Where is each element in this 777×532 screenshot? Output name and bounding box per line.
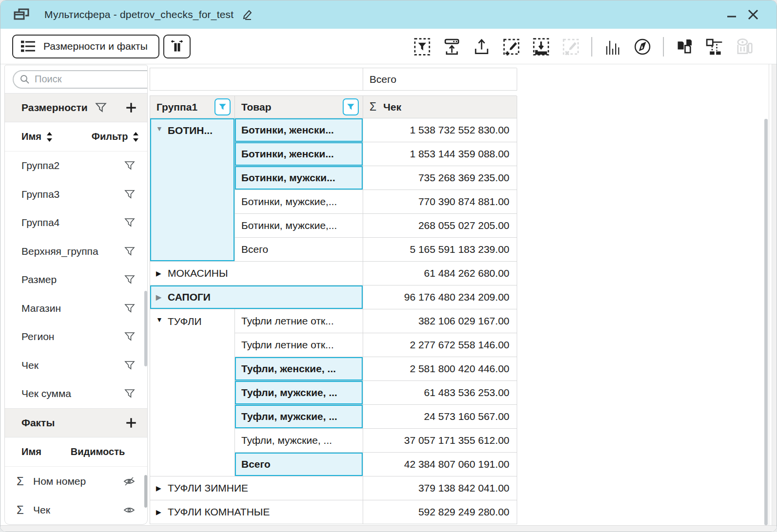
- filter-icon[interactable]: [124, 189, 136, 200]
- sort-filter-icon[interactable]: [132, 132, 140, 142]
- search-input[interactable]: [35, 74, 148, 85]
- value-cell[interactable]: 5 165 591 183 239.00: [363, 238, 517, 262]
- value-cell[interactable]: 2 581 800 420 446.00: [363, 357, 517, 381]
- col-filter-label: Фильтр: [92, 131, 128, 142]
- minimize-button[interactable]: [721, 5, 742, 24]
- fact-row[interactable]: ΣЧек: [5, 495, 147, 524]
- add-dimension-button[interactable]: [125, 101, 137, 114]
- product-cell[interactable]: Туфли летние отк...: [235, 333, 363, 357]
- value-cell[interactable]: 379 138 842 041.00: [363, 476, 517, 500]
- compass-icon[interactable]: [633, 38, 652, 56]
- product-cell[interactable]: Всего: [235, 238, 363, 262]
- product-cell[interactable]: Ботинки, мужские,...: [235, 214, 363, 238]
- close-button[interactable]: [742, 5, 764, 24]
- value-cell[interactable]: 2 277 672 558 146.00: [363, 333, 517, 357]
- dimensions-filter-icon[interactable]: [95, 101, 107, 114]
- visibility-eye-off-icon[interactable]: [123, 475, 136, 488]
- product-cell[interactable]: Ботинки, мужские,...: [235, 190, 363, 214]
- export-icon[interactable]: [472, 38, 491, 56]
- filter-icon[interactable]: [124, 303, 136, 314]
- rename-pencil-icon[interactable]: [241, 8, 254, 21]
- alert-import-icon[interactable]: [532, 38, 550, 56]
- value-cell[interactable]: 42 384 807 060 191.00: [363, 453, 517, 476]
- filter-icon[interactable]: [124, 274, 136, 285]
- product-filter-button[interactable]: [343, 98, 359, 115]
- fact-label: Ном номер: [33, 475, 123, 487]
- dimension-label: Регион: [21, 331, 124, 342]
- dimension-label: Магазин: [21, 303, 124, 314]
- value-label: 24 573 160 567.00: [424, 411, 509, 422]
- expand-toggle-icon[interactable]: ▶: [156, 484, 168, 492]
- filter-icon[interactable]: [124, 360, 136, 371]
- product-cell[interactable]: Туфли, мужские, ...: [235, 381, 363, 405]
- group-cell[interactable]: ▼БОТИН...: [150, 118, 235, 262]
- collapse-toggle-icon[interactable]: ▼: [156, 316, 168, 323]
- filter-icon[interactable]: [124, 160, 136, 171]
- product-cell[interactable]: Ботинки, мужски...: [235, 166, 363, 190]
- value-cell[interactable]: 96 176 480 234 209.00: [363, 285, 517, 309]
- fit-columns-button[interactable]: [163, 35, 191, 58]
- value-cell[interactable]: 592 829 249 280.00: [363, 500, 517, 524]
- window-title: Мультисфера - dpetrov_checks_for_test: [44, 9, 233, 20]
- filter-icon[interactable]: [124, 388, 136, 399]
- group-row-cell[interactable]: ▶САПОГИ: [150, 285, 363, 309]
- dimension-row[interactable]: Размер: [5, 266, 147, 294]
- sort-name-icon[interactable]: [45, 132, 54, 142]
- group-row-cell[interactable]: ▶ТУФЛИ ЗИМНИЕ: [150, 476, 363, 500]
- product-cell[interactable]: Туфли, мужские, ...: [235, 405, 363, 429]
- expand-toggle-icon[interactable]: ▶: [156, 293, 168, 301]
- dimension-row[interactable]: Регион: [5, 323, 147, 351]
- product-cell[interactable]: Ботинки, женски...: [235, 118, 363, 142]
- dimension-row[interactable]: Верхняя_группа: [5, 237, 147, 266]
- value-cell[interactable]: 24 573 160 567.00: [363, 405, 517, 429]
- copy-docs-icon[interactable]: [675, 38, 694, 56]
- value-cell[interactable]: 268 055 027 205.00: [363, 214, 517, 238]
- filter-icon[interactable]: [124, 217, 136, 228]
- dimensions-facts-button[interactable]: Размерности и факты: [12, 35, 159, 58]
- facts-scrollbar[interactable]: [144, 475, 147, 508]
- dimension-row[interactable]: Чек: [5, 351, 147, 380]
- product-cell[interactable]: Туфли летние отк...: [235, 309, 363, 333]
- bar-chart-icon[interactable]: [603, 38, 622, 56]
- expand-toggle-icon[interactable]: ▶: [156, 508, 168, 516]
- dimensions-list: Группа2Группа3Группа4Верхняя_группаРазме…: [5, 152, 147, 408]
- dimension-row[interactable]: Чек сумма: [5, 380, 147, 408]
- filter-icon[interactable]: [124, 246, 136, 257]
- expand-toggle-icon[interactable]: ▶: [156, 269, 168, 277]
- value-cell[interactable]: 770 390 874 881.00: [363, 190, 517, 214]
- filter-icon[interactable]: [124, 331, 136, 342]
- value-cell[interactable]: 1 853 144 359 088.00: [363, 142, 517, 166]
- dimension-row[interactable]: Магазин: [5, 294, 147, 323]
- search-row: [5, 65, 147, 93]
- product-cell[interactable]: Туфли, мужские, ...: [235, 429, 363, 453]
- add-fact-button[interactable]: [125, 417, 137, 429]
- group-row-cell[interactable]: ▶ТУФЛИ КОМНАТНЫЕ: [150, 500, 363, 524]
- hierarchy-icon[interactable]: [705, 38, 723, 56]
- edit-add-icon[interactable]: [502, 38, 521, 56]
- filter-selection-icon[interactable]: [413, 38, 431, 56]
- collapse-toggle-icon[interactable]: ▼: [156, 125, 168, 133]
- product-cell[interactable]: Всего: [235, 453, 363, 476]
- value-cell[interactable]: 37 057 171 355 612.00: [363, 429, 517, 453]
- bottom-scrollbar-track[interactable]: [0, 525, 777, 532]
- product-cell[interactable]: Ботинки, женски...: [235, 142, 363, 166]
- visibility-eye-icon[interactable]: [123, 504, 136, 516]
- dimension-row[interactable]: Группа4: [5, 209, 147, 237]
- value-cell[interactable]: 61 483 536 253.00: [363, 381, 517, 405]
- group-row-cell[interactable]: ▶МОКАСИНЫ: [150, 262, 363, 285]
- value-cell[interactable]: 1 538 732 552 830.00: [363, 118, 517, 142]
- dimensions-scrollbar[interactable]: [144, 291, 147, 366]
- dimension-row[interactable]: Группа2: [5, 152, 147, 180]
- fact-row[interactable]: ΣНом номер: [5, 467, 147, 495]
- dimension-row[interactable]: Группа3: [5, 180, 147, 209]
- search-box[interactable]: [13, 70, 148, 89]
- value-cell[interactable]: 735 268 369 235.00: [363, 166, 517, 190]
- product-cell[interactable]: Туфли, женские, ...: [235, 357, 363, 381]
- group-cell[interactable]: ▼ТУФЛИ: [150, 309, 235, 476]
- group-filter-button[interactable]: [214, 98, 231, 115]
- value-cell[interactable]: 61 484 262 680.00: [363, 262, 517, 285]
- dimension-label: Верхняя_группа: [21, 246, 124, 257]
- import-server-icon[interactable]: [443, 38, 461, 56]
- table-vertical-scrollbar[interactable]: [764, 119, 768, 525]
- value-cell[interactable]: 382 106 029 167.00: [363, 309, 517, 333]
